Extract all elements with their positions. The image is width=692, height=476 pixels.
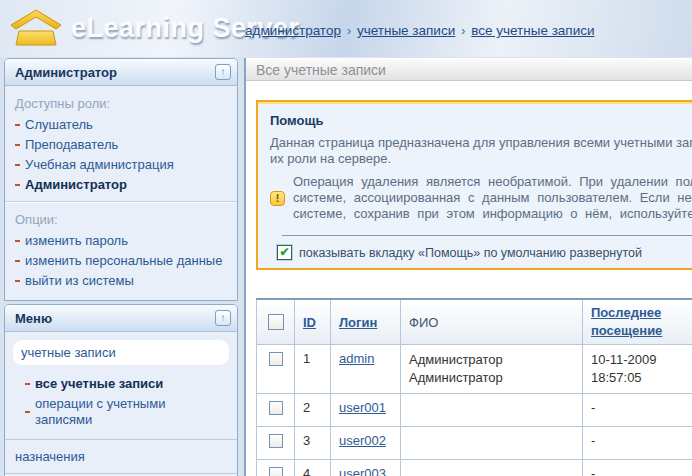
main-content: Все учетные записи Помощь Данная страниц… — [244, 58, 692, 476]
header-login: Логин — [331, 299, 401, 345]
cell-id: 4 — [295, 460, 331, 476]
bullet-icon — [15, 144, 20, 146]
cell-login: admin — [331, 345, 401, 394]
row-checkbox-cell — [257, 460, 295, 476]
panel-menu-body: учетные записи все учетные записи операц… — [5, 332, 237, 430]
row-checkbox[interactable] — [269, 467, 283, 476]
cell-id: 3 — [295, 427, 331, 460]
panel-administrator-body: Доступны роли: Слушатель Преподаватель У… — [5, 86, 237, 300]
cell-fio — [401, 460, 583, 476]
breadcrumb-separator-icon: › — [347, 24, 351, 38]
header-fio: ФИО — [401, 299, 583, 345]
panel-administrator: Администратор ↑ Доступны роли: Слушатель… — [4, 58, 238, 301]
sort-by-login-link[interactable]: Логин — [339, 315, 377, 330]
sidebar-item-change-personal-data[interactable]: изменить персональные данные — [5, 251, 237, 271]
app-header: eLearning Server администратор›учетные з… — [0, 0, 692, 57]
header-checkbox-cell — [257, 299, 295, 345]
help-title: Помощь — [270, 113, 692, 128]
breadcrumb-link-administrator[interactable]: администратор — [245, 23, 341, 38]
page-title: Все учетные записи — [246, 58, 692, 81]
login-link[interactable]: user002 — [339, 433, 386, 448]
login-link[interactable]: user001 — [339, 400, 386, 415]
menu-subitems: все учетные записи операции с учетными з… — [13, 374, 229, 430]
options-section-label: Опции: — [5, 209, 237, 231]
sidebar-item-label: Администратор — [25, 177, 127, 193]
accounts-table: ID Логин ФИО Последнее посещение 1 admin… — [256, 298, 692, 476]
sidebar-item-study-admin[interactable]: Учебная администрация — [5, 155, 237, 175]
help-box: Помощь Данная страница предназначена для… — [256, 100, 692, 270]
help-warning: ! Операция удаления является необратимой… — [270, 174, 692, 222]
breadcrumb-link-all-accounts[interactable]: все учетные записи — [471, 23, 594, 38]
sort-by-last-visit-link[interactable]: Последнее посещение — [591, 305, 662, 338]
select-all-checkbox[interactable] — [268, 314, 284, 330]
sidebar-item-label: Учебная администрация — [25, 157, 174, 173]
sidebar-item-label: изменить пароль — [25, 233, 128, 249]
cell-last-visit: - — [583, 427, 692, 460]
row-checkbox-cell — [257, 427, 295, 460]
help-warning-text: Операция удаления является необратимой. … — [293, 174, 692, 222]
show-help-checkbox[interactable]: ✔ — [277, 245, 292, 260]
page: eLearning Server администратор›учетные з… — [0, 0, 692, 476]
breadcrumb: администратор›учетные записи›все учетные… — [245, 23, 595, 38]
menu-item-assignments[interactable]: назначения — [5, 439, 237, 473]
cell-id: 1 — [295, 345, 331, 394]
panel-menu: Меню ↑ учетные записи все учетные записи… — [4, 304, 238, 476]
table-row: 1 admin Администратор Администратор 10-1… — [257, 345, 692, 394]
sort-by-id-link[interactable]: ID — [303, 315, 316, 330]
menu-item-label: операции с учетными записями — [35, 396, 217, 428]
home-icon — [10, 9, 62, 47]
show-help-checkbox-label: показывать вкладку «Помощь» по умолчанию… — [299, 246, 642, 260]
sidebar-item-label: Слушатель — [25, 117, 93, 133]
show-help-checkbox-row: ✔ показывать вкладку «Помощь» по умолчан… — [277, 245, 692, 260]
table-row: 3 user002 - — [257, 427, 692, 460]
cell-fio — [401, 427, 583, 460]
sidebar-item-change-password[interactable]: изменить пароль — [5, 231, 237, 251]
breadcrumb-separator-icon: › — [461, 24, 465, 38]
header-id: ID — [295, 299, 331, 345]
panel-administrator-header: Администратор ↑ — [5, 59, 237, 86]
help-intro-text: Данная страница предназначена для управл… — [270, 135, 692, 167]
row-checkbox[interactable] — [269, 401, 283, 415]
bullet-icon — [15, 164, 20, 166]
cell-last-visit: - — [583, 460, 692, 476]
menu-rows: назначения роли — [5, 439, 237, 476]
cell-fio — [401, 394, 583, 427]
divider — [5, 201, 237, 203]
table-row: 4 user003 - — [257, 460, 692, 476]
menu-item-account-operations[interactable]: операции с учетными записями — [15, 394, 227, 430]
divider — [282, 235, 692, 236]
sidebar: Администратор ↑ Доступны роли: Слушатель… — [4, 58, 238, 476]
cell-last-visit: 10-11-2009 18:57:05 — [583, 345, 692, 394]
cell-last-visit: - — [583, 394, 692, 427]
sidebar-item-listener[interactable]: Слушатель — [5, 115, 237, 135]
row-checkbox-cell — [257, 345, 295, 394]
warning-icon: ! — [270, 191, 285, 206]
login-link[interactable]: admin — [339, 351, 374, 366]
header-last-visit: Последнее посещение — [583, 299, 692, 345]
cell-login: user002 — [331, 427, 401, 460]
sidebar-item-label: Преподаватель — [25, 137, 118, 153]
sidebar-item-logout[interactable]: выйти из системы — [5, 271, 237, 291]
bullet-icon — [25, 383, 30, 385]
cell-id: 2 — [295, 394, 331, 427]
bullet-icon — [15, 184, 20, 186]
sidebar-item-teacher[interactable]: Преподаватель — [5, 135, 237, 155]
bullet-icon — [15, 240, 20, 242]
table-header-row: ID Логин ФИО Последнее посещение — [257, 299, 692, 345]
sidebar-item-label: изменить персональные данные — [25, 253, 222, 269]
sidebar-item-administrator[interactable]: Администратор — [5, 175, 237, 195]
collapse-arrow-icon[interactable]: ↑ — [215, 310, 231, 326]
row-checkbox[interactable] — [269, 434, 283, 448]
header-fio-label: ФИО — [409, 315, 438, 330]
row-checkbox-cell — [257, 394, 295, 427]
roles-section-label: Доступны роли: — [5, 93, 237, 115]
login-link[interactable]: user003 — [339, 466, 386, 476]
menu-item-accounts-selected[interactable]: учетные записи — [13, 340, 229, 365]
row-checkbox[interactable] — [269, 352, 283, 366]
collapse-arrow-icon[interactable]: ↑ — [215, 64, 231, 80]
panel-menu-header: Меню ↑ — [5, 305, 237, 332]
sidebar-item-label: выйти из системы — [25, 273, 134, 289]
panel-administrator-title: Администратор — [15, 65, 117, 80]
menu-item-all-accounts[interactable]: все учетные записи — [15, 374, 227, 394]
breadcrumb-link-accounts[interactable]: учетные записи — [357, 23, 455, 38]
